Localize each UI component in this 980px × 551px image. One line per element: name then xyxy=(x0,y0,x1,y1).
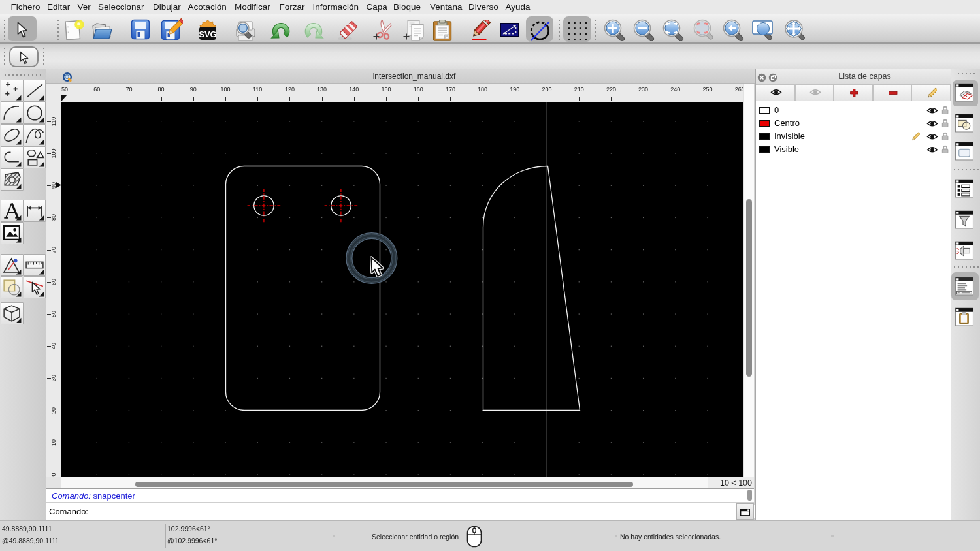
svg-text:SVG: SVG xyxy=(199,29,216,39)
